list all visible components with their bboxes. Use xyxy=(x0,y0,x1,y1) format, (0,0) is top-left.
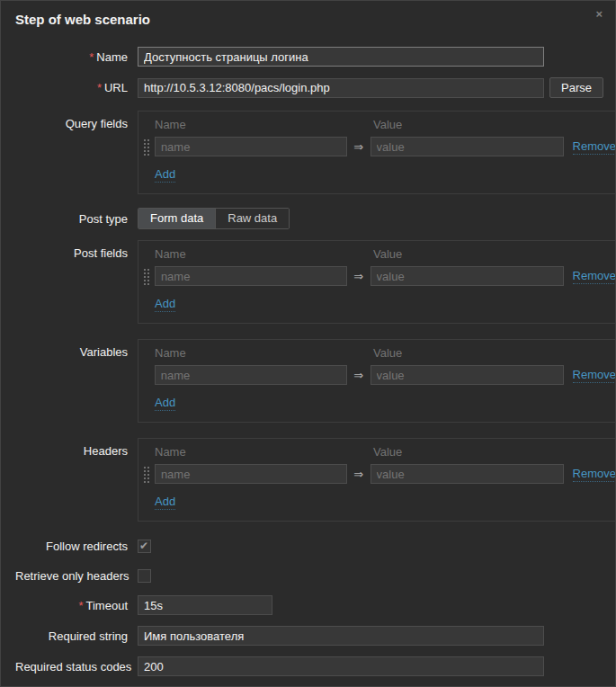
required-string-label: Required string xyxy=(15,629,128,643)
post-type-label: Post type xyxy=(15,212,128,226)
add-link[interactable]: Add xyxy=(155,396,175,411)
arrow-icon: ⇒ xyxy=(347,270,370,283)
remove-link[interactable]: Remove xyxy=(573,368,616,383)
required-mark: * xyxy=(89,50,94,64)
headers-row: Headers Name Value ⇒ Remove Add xyxy=(15,438,601,522)
pair-column-headers: Name Value xyxy=(143,443,616,464)
post-fields-label: Post fields xyxy=(15,240,128,260)
retrieve-only-headers-checkbox[interactable] xyxy=(138,569,151,583)
arrow-icon: ⇒ xyxy=(347,140,370,154)
post-fields-row: Post fields Name Value ⇒ Remove Add xyxy=(15,240,601,324)
post-type-row: Post type Form data Raw data xyxy=(15,208,601,229)
required-mark: * xyxy=(78,599,83,612)
pair-name-input[interactable] xyxy=(155,137,347,156)
add-link[interactable]: Add xyxy=(155,297,175,312)
pair-column-headers: Name Value xyxy=(143,344,616,365)
pair-name-input[interactable] xyxy=(155,266,347,286)
pair-row: ⇒ Remove xyxy=(143,266,616,286)
drag-handle-icon[interactable] xyxy=(143,465,150,483)
dialog-header: Step of web scenario × xyxy=(15,12,601,31)
name-column-header: Name xyxy=(155,247,350,261)
step-of-web-scenario-dialog: Step of web scenario × *Name *URL Parse … xyxy=(0,0,616,687)
name-input[interactable] xyxy=(138,47,544,67)
pair-name-input[interactable] xyxy=(155,464,347,484)
add-link[interactable]: Add xyxy=(155,167,175,183)
pair-value-input[interactable] xyxy=(370,464,564,484)
retrieve-only-headers-label: Retrieve only headers xyxy=(15,569,128,583)
remove-link[interactable]: Remove xyxy=(573,467,616,482)
name-column-header: Name xyxy=(155,346,350,360)
required-mark: * xyxy=(97,81,102,94)
name-column-header: Name xyxy=(155,118,350,131)
url-row: *URL Parse xyxy=(15,77,601,98)
pair-row: ⇒ Remove xyxy=(143,365,616,385)
required-status-codes-label: Required status codes xyxy=(15,660,128,674)
follow-redirects-row: Follow redirects xyxy=(15,540,601,553)
post-type-option-raw-data[interactable]: Raw data xyxy=(215,209,289,228)
required-status-codes-row: Required status codes xyxy=(15,656,601,676)
arrow-icon: ⇒ xyxy=(347,468,370,481)
add-link[interactable]: Add xyxy=(155,495,175,510)
pair-row: ⇒ Remove xyxy=(143,464,616,484)
pair-name-input[interactable] xyxy=(155,365,347,385)
pair-value-input[interactable] xyxy=(370,266,564,286)
follow-redirects-checkbox[interactable] xyxy=(138,540,151,553)
post-fields-box: Name Value ⇒ Remove Add xyxy=(138,240,616,324)
value-column-header: Value xyxy=(373,247,569,261)
pair-value-input[interactable] xyxy=(370,137,564,156)
url-input[interactable] xyxy=(138,78,544,98)
required-status-codes-input[interactable] xyxy=(138,656,544,676)
value-column-header: Value xyxy=(373,118,569,131)
retrieve-only-headers-row: Retrieve only headers xyxy=(15,569,601,583)
required-string-row: Required string xyxy=(15,626,601,646)
post-type-segmented-control: Form data Raw data xyxy=(138,208,290,229)
timeout-input[interactable] xyxy=(138,595,272,615)
pair-row: ⇒ Remove xyxy=(143,137,616,156)
url-label: *URL xyxy=(15,81,128,94)
variables-label: Variables xyxy=(15,339,128,359)
query-fields-row: Query fields Name Value ⇒ Remove Add xyxy=(15,111,601,194)
dialog-title: Step of web scenario xyxy=(15,12,150,27)
post-type-option-form-data[interactable]: Form data xyxy=(138,209,215,228)
parse-button[interactable]: Parse xyxy=(549,77,603,98)
headers-box: Name Value ⇒ Remove Add xyxy=(138,438,616,522)
remove-link[interactable]: Remove xyxy=(573,269,616,284)
headers-label: Headers xyxy=(15,438,128,458)
variables-row: Variables Name Value ⇒ Remove Add xyxy=(15,339,601,423)
pair-column-headers: Name Value xyxy=(143,245,616,266)
pair-value-input[interactable] xyxy=(370,365,564,385)
close-icon[interactable]: × xyxy=(592,6,606,22)
value-column-header: Value xyxy=(373,346,569,360)
name-label: *Name xyxy=(15,50,128,64)
timeout-label: *Timeout xyxy=(15,599,128,612)
arrow-icon: ⇒ xyxy=(347,369,370,382)
name-row: *Name xyxy=(15,47,601,67)
drag-handle-icon[interactable] xyxy=(143,138,150,156)
required-string-input[interactable] xyxy=(138,626,544,646)
timeout-row: *Timeout xyxy=(15,595,601,615)
variables-box: Name Value ⇒ Remove Add xyxy=(138,339,616,423)
remove-link[interactable]: Remove xyxy=(573,139,616,155)
drag-handle-icon[interactable] xyxy=(143,267,150,285)
name-column-header: Name xyxy=(155,445,350,459)
value-column-header: Value xyxy=(373,445,569,459)
query-fields-label: Query fields xyxy=(15,111,128,130)
query-fields-box: Name Value ⇒ Remove Add xyxy=(138,111,616,194)
follow-redirects-label: Follow redirects xyxy=(15,540,128,553)
pair-column-headers: Name Value xyxy=(143,116,616,137)
